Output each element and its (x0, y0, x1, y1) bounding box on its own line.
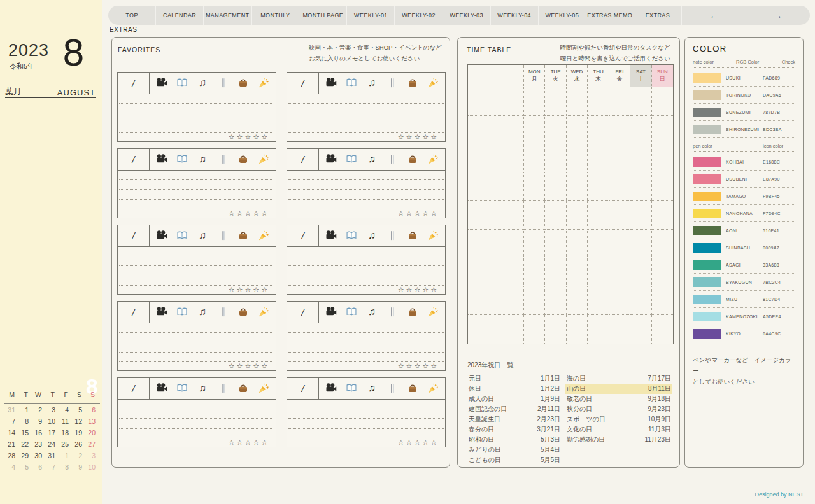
timetable-cell[interactable] (545, 87, 566, 116)
timetable-cell[interactable] (567, 87, 588, 116)
open-book-icon[interactable] (176, 153, 188, 165)
nav-tab[interactable]: MONTHLY (251, 6, 299, 25)
calendar-day[interactable]: 8 (58, 463, 71, 475)
timetable-cell[interactable] (588, 116, 609, 144)
timetable-cell[interactable] (524, 172, 545, 201)
calendar-day[interactable]: 20 (85, 429, 98, 440)
memo-ruled-line[interactable] (119, 200, 274, 209)
memo-ruled-line[interactable] (288, 342, 444, 352)
memo-ruled-line[interactable] (119, 180, 274, 190)
rating-stars[interactable]: ☆☆☆☆☆ (398, 362, 439, 370)
nav-tab[interactable]: WEEKLY-05 (538, 6, 586, 25)
memo-ruled-line[interactable] (288, 171, 444, 180)
open-book-icon[interactable] (346, 77, 357, 88)
fav-date-slash[interactable]: / (287, 73, 319, 94)
party-popper-icon[interactable] (427, 153, 439, 165)
cutlery-icon[interactable] (386, 77, 398, 88)
fav-date-slash[interactable]: / (118, 378, 150, 399)
timetable-cell[interactable] (524, 230, 545, 258)
color-swatch[interactable] (693, 295, 721, 304)
open-book-icon[interactable] (346, 382, 357, 394)
favorite-memo-box[interactable]: / ♫ (287, 301, 446, 371)
calendar-day[interactable]: 14 (4, 429, 18, 440)
timetable-cell[interactable] (652, 144, 673, 173)
timetable-cell[interactable] (567, 258, 588, 287)
calendar-day[interactable]: 2 (71, 452, 85, 463)
calendar-day[interactable]: 7 (45, 463, 58, 475)
handbag-icon[interactable] (237, 306, 249, 318)
memo-ruled-line[interactable] (119, 256, 274, 266)
music-notes-icon[interactable]: ♫ (197, 306, 208, 318)
calendar-day[interactable]: 6 (31, 463, 45, 475)
fav-date-slash[interactable]: / (118, 302, 150, 323)
calendar-day[interactable]: 24 (45, 440, 58, 452)
movie-camera-icon[interactable] (325, 153, 337, 165)
memo-ruled-line[interactable] (288, 400, 444, 409)
memo-ruled-line[interactable] (288, 429, 444, 438)
rating-stars[interactable]: ☆☆☆☆☆ (398, 286, 439, 294)
color-swatch[interactable] (693, 260, 721, 270)
timetable-cell[interactable] (545, 201, 566, 230)
timetable-cell[interactable] (652, 315, 673, 344)
calendar-day[interactable]: 17 (45, 429, 58, 440)
open-book-icon[interactable] (346, 306, 357, 318)
calendar-day[interactable]: 21 (4, 440, 18, 452)
timetable-cell[interactable] (524, 144, 545, 173)
cutlery-icon[interactable] (217, 153, 229, 165)
cutlery-icon[interactable] (217, 382, 229, 394)
open-book-icon[interactable] (176, 77, 188, 88)
timetable-cell[interactable] (652, 116, 673, 144)
timetable-cell[interactable] (468, 144, 524, 173)
party-popper-icon[interactable] (427, 306, 439, 318)
timetable-cell[interactable] (524, 201, 545, 230)
rating-stars[interactable]: ☆☆☆☆☆ (229, 362, 269, 370)
fav-date-slash[interactable]: / (287, 225, 319, 246)
timetable-cell[interactable] (567, 230, 588, 258)
color-swatch[interactable] (693, 226, 721, 235)
memo-ruled-line[interactable] (288, 266, 444, 276)
color-swatch[interactable] (693, 243, 721, 253)
timetable-cell[interactable] (630, 116, 651, 144)
timetable-cell[interactable] (609, 315, 630, 344)
timetable-cell[interactable] (652, 230, 673, 258)
favorite-memo-box[interactable]: / ♫ (117, 148, 276, 218)
memo-ruled-line[interactable] (119, 247, 274, 256)
calendar-day[interactable]: 6 (85, 406, 98, 417)
open-book-icon[interactable] (176, 382, 188, 394)
timetable-cell[interactable] (609, 172, 630, 201)
timetable-cell[interactable] (630, 230, 651, 258)
color-swatch[interactable] (693, 329, 721, 339)
fav-date-slash[interactable]: / (118, 225, 150, 246)
music-notes-icon[interactable]: ♫ (366, 77, 378, 88)
calendar-day[interactable]: 8 (18, 417, 31, 429)
calendar-day[interactable]: 28 (4, 452, 18, 463)
fav-date-slash[interactable]: / (287, 149, 319, 170)
color-swatch[interactable] (693, 174, 721, 184)
memo-ruled-line[interactable] (288, 113, 444, 123)
movie-camera-icon[interactable] (156, 306, 167, 318)
memo-ruled-line[interactable] (288, 353, 444, 362)
timetable-cell[interactable] (468, 315, 524, 344)
calendar-day[interactable]: 27 (85, 440, 98, 452)
handbag-icon[interactable] (407, 230, 418, 241)
calendar-day[interactable]: 3 (85, 452, 98, 463)
movie-camera-icon[interactable] (325, 230, 337, 241)
calendar-day[interactable]: 9 (31, 417, 45, 429)
party-popper-icon[interactable] (427, 382, 439, 394)
handbag-icon[interactable] (237, 153, 249, 165)
party-popper-icon[interactable] (258, 230, 269, 241)
timetable-cell[interactable] (545, 258, 566, 287)
rating-stars[interactable]: ☆☆☆☆☆ (398, 209, 439, 218)
timetable-cell[interactable] (524, 116, 545, 144)
calendar-day[interactable]: 5 (71, 406, 85, 417)
timetable-cell[interactable] (630, 315, 651, 344)
timetable-cell[interactable] (545, 230, 566, 258)
calendar-day[interactable]: 16 (31, 429, 45, 440)
memo-ruled-line[interactable] (119, 113, 274, 123)
timetable-cell[interactable] (545, 286, 566, 315)
calendar-day[interactable]: 11 (58, 417, 71, 429)
timetable-cell[interactable] (567, 172, 588, 201)
movie-camera-icon[interactable] (156, 77, 167, 88)
memo-ruled-line[interactable] (119, 104, 274, 113)
color-swatch[interactable] (693, 90, 721, 100)
